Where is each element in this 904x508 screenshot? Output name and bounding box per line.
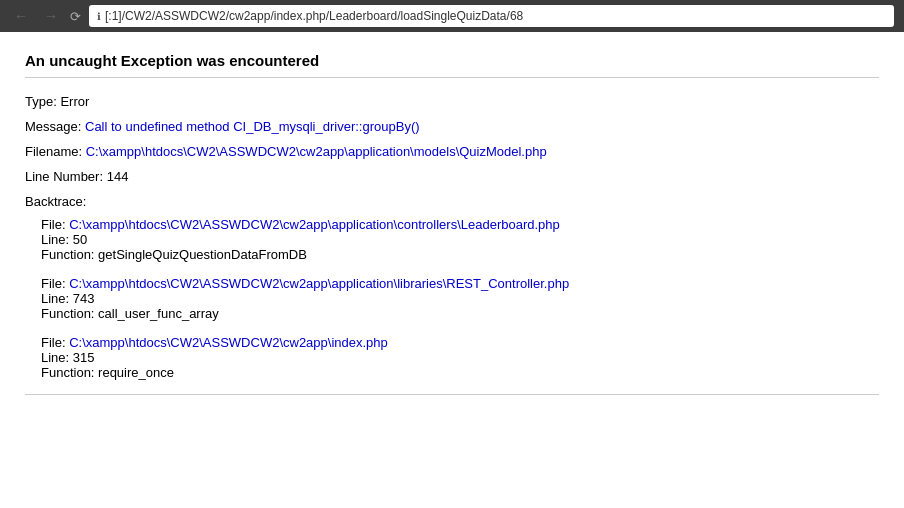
info-icon: ℹ	[97, 11, 101, 22]
error-type-section: Type: Error	[25, 94, 879, 109]
error-message-section: Message: Call to undefined method CI_DB_…	[25, 119, 879, 134]
backtrace-container: File: C:\xampp\htdocs\CW2\ASSWDCW2\cw2ap…	[25, 217, 879, 380]
forward-button[interactable]: →	[40, 6, 62, 26]
filename-label: Filename:	[25, 144, 82, 159]
message-label: Message:	[25, 119, 81, 134]
backtrace-title: Backtrace:	[25, 194, 879, 209]
browser-chrome: ← → ⟳ ℹ [:1]/CW2/ASSWDCW2/cw2app/index.p…	[0, 0, 904, 32]
backtrace-line-line-1: Line: 743	[41, 291, 879, 306]
backtrace-func-line-0: Function: getSingleQuizQuestionDataFromD…	[41, 247, 879, 262]
backtrace-block-2: File: C:\xampp\htdocs\CW2\ASSWDCW2\cw2ap…	[41, 335, 879, 380]
error-filename-section: Filename: C:\xampp\htdocs\CW2\ASSWDCW2\c…	[25, 144, 879, 159]
backtrace-block-1: File: C:\xampp\htdocs\CW2\ASSWDCW2\cw2ap…	[41, 276, 879, 321]
linenumber-value-text: 144	[107, 169, 129, 184]
backtrace-file-line-2: File: C:\xampp\htdocs\CW2\ASSWDCW2\cw2ap…	[41, 335, 879, 350]
reload-button[interactable]: ⟳	[70, 9, 81, 24]
error-title: An uncaught Exception was encountered	[25, 52, 879, 78]
error-linenumber-section: Line Number: 144	[25, 169, 879, 184]
back-button[interactable]: ←	[10, 6, 32, 26]
filename-value-text: C:\xampp\htdocs\CW2\ASSWDCW2\cw2app\appl…	[86, 144, 547, 159]
linenumber-label: Line Number:	[25, 169, 103, 184]
bottom-divider	[25, 394, 879, 395]
error-page: An uncaught Exception was encountered Ty…	[0, 32, 904, 508]
address-text: [:1]/CW2/ASSWDCW2/cw2app/index.php/Leade…	[105, 9, 523, 23]
backtrace-func-line-1: Function: call_user_func_array	[41, 306, 879, 321]
message-value-text: Call to undefined method CI_DB_mysqli_dr…	[85, 119, 420, 134]
backtrace-line-line-2: Line: 315	[41, 350, 879, 365]
backtrace-file-line-1: File: C:\xampp\htdocs\CW2\ASSWDCW2\cw2ap…	[41, 276, 879, 291]
backtrace-block-0: File: C:\xampp\htdocs\CW2\ASSWDCW2\cw2ap…	[41, 217, 879, 262]
address-bar[interactable]: ℹ [:1]/CW2/ASSWDCW2/cw2app/index.php/Lea…	[89, 5, 894, 27]
backtrace-file-line-0: File: C:\xampp\htdocs\CW2\ASSWDCW2\cw2ap…	[41, 217, 879, 232]
type-label: Type:	[25, 94, 57, 109]
backtrace-func-line-2: Function: require_once	[41, 365, 879, 380]
backtrace-line-line-0: Line: 50	[41, 232, 879, 247]
type-value-text: Error	[60, 94, 89, 109]
